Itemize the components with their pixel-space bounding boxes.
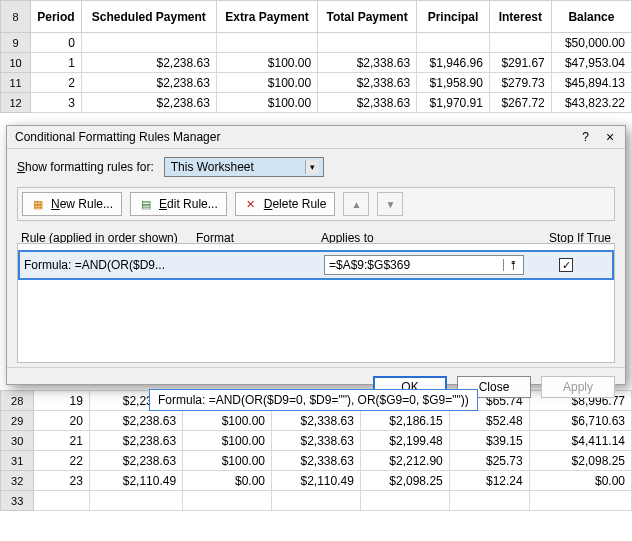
cell[interactable]: $0.00 <box>183 471 272 491</box>
cell[interactable]: $267.72 <box>489 93 551 113</box>
col-period[interactable]: Period <box>31 1 82 33</box>
cell[interactable]: $2,238.63 <box>81 93 216 113</box>
delete-rule-button[interactable]: ✕ Delete Rule <box>235 192 336 216</box>
cell[interactable] <box>489 33 551 53</box>
cell[interactable] <box>360 491 449 511</box>
col-principal[interactable]: Principal <box>417 1 490 33</box>
col-interest[interactable]: Interest <box>489 1 551 33</box>
rowhdr-33[interactable]: 33 <box>1 491 34 511</box>
cell[interactable]: $2,338.63 <box>272 411 361 431</box>
cell[interactable]: 22 <box>34 451 90 471</box>
cell[interactable]: 20 <box>34 411 90 431</box>
cell[interactable]: $2,098.25 <box>360 471 449 491</box>
cell[interactable]: $291.67 <box>489 53 551 73</box>
cell[interactable]: $2,238.63 <box>89 411 182 431</box>
cell[interactable]: $100.00 <box>183 431 272 451</box>
cell[interactable]: $25.73 <box>449 451 529 471</box>
cell[interactable]: 3 <box>31 93 82 113</box>
cell[interactable]: 1 <box>31 53 82 73</box>
cell[interactable]: $47,953.04 <box>551 53 631 73</box>
close-icon[interactable]: × <box>603 130 617 144</box>
cell[interactable]: $2,238.63 <box>81 73 216 93</box>
show-rules-label: Show formatting rules for: <box>17 160 154 174</box>
rule-row[interactable]: Formula: =AND(OR($D9... ⭱ ✓ <box>18 250 614 280</box>
cell[interactable]: $100.00 <box>216 93 317 113</box>
rowhdr-30[interactable]: 30 <box>1 431 34 451</box>
col-scheduled[interactable]: Scheduled Payment <box>81 1 216 33</box>
apply-button[interactable]: Apply <box>541 376 615 398</box>
cell[interactable]: $2,110.49 <box>272 471 361 491</box>
cell[interactable] <box>449 491 529 511</box>
cell[interactable]: $43,823.22 <box>551 93 631 113</box>
cell[interactable]: $50,000.00 <box>551 33 631 53</box>
cell[interactable]: $39.15 <box>449 431 529 451</box>
rowhdr-29[interactable]: 29 <box>1 411 34 431</box>
cell[interactable] <box>272 491 361 511</box>
scope-dropdown[interactable]: This Worksheet ▾ <box>164 157 324 177</box>
cell[interactable]: $2,186.15 <box>360 411 449 431</box>
cell[interactable]: $100.00 <box>216 73 317 93</box>
cell[interactable]: $1,970.91 <box>417 93 490 113</box>
cell[interactable]: 0 <box>31 33 82 53</box>
rowhdr-8[interactable]: 8 <box>1 1 31 33</box>
cell[interactable]: $52.48 <box>449 411 529 431</box>
rowhdr-12[interactable]: 12 <box>1 93 31 113</box>
cell[interactable]: $45,894.13 <box>551 73 631 93</box>
cell[interactable]: $2,098.25 <box>529 451 631 471</box>
cell[interactable] <box>216 33 317 53</box>
cell[interactable]: $2,338.63 <box>272 451 361 471</box>
cell[interactable]: 21 <box>34 431 90 451</box>
rowhdr-32[interactable]: 32 <box>1 471 34 491</box>
cell[interactable]: $2,212.90 <box>360 451 449 471</box>
cell[interactable]: $100.00 <box>183 411 272 431</box>
cell[interactable]: $100.00 <box>183 451 272 471</box>
col-balance[interactable]: Balance <box>551 1 631 33</box>
cell[interactable] <box>318 33 417 53</box>
cell[interactable]: 2 <box>31 73 82 93</box>
help-button[interactable]: ? <box>582 130 589 144</box>
cell[interactable] <box>417 33 490 53</box>
range-selector-icon[interactable]: ⭱ <box>503 259 523 271</box>
edit-rule-icon: ▤ <box>139 197 153 211</box>
cell[interactable]: $0.00 <box>529 471 631 491</box>
rowhdr-9[interactable]: 9 <box>1 33 31 53</box>
cell[interactable] <box>89 491 182 511</box>
cell[interactable]: $1,958.90 <box>417 73 490 93</box>
new-rule-button[interactable]: ▦ New Rule... <box>22 192 122 216</box>
col-total[interactable]: Total Payment <box>318 1 417 33</box>
rowhdr-11[interactable]: 11 <box>1 73 31 93</box>
cell[interactable]: $2,238.63 <box>89 451 182 471</box>
col-extra[interactable]: Extra Payment <box>216 1 317 33</box>
worksheet-grid[interactable]: 8 Period Scheduled Payment Extra Payment… <box>0 0 632 113</box>
rowhdr-31[interactable]: 31 <box>1 451 34 471</box>
cell[interactable]: $1,946.96 <box>417 53 490 73</box>
move-up-button[interactable]: ▲ <box>343 192 369 216</box>
cell[interactable]: $2,199.48 <box>360 431 449 451</box>
delete-icon: ✕ <box>244 197 258 211</box>
cell[interactable]: $2,338.63 <box>318 53 417 73</box>
cell[interactable]: $2,338.63 <box>318 93 417 113</box>
applies-to-input[interactable] <box>325 258 503 272</box>
cell[interactable] <box>81 33 216 53</box>
cell[interactable]: $12.24 <box>449 471 529 491</box>
cell[interactable]: $2,238.63 <box>89 431 182 451</box>
conditional-formatting-dialog: Conditional Formatting Rules Manager ? ×… <box>6 125 626 385</box>
cell[interactable]: $4,411.14 <box>529 431 631 451</box>
stop-if-true-checkbox[interactable]: ✓ <box>559 258 573 272</box>
cell[interactable] <box>529 491 631 511</box>
cell[interactable]: $279.73 <box>489 73 551 93</box>
rule-label: Formula: =AND(OR($D9... <box>24 258 199 272</box>
cell[interactable]: 23 <box>34 471 90 491</box>
move-down-button[interactable]: ▼ <box>377 192 403 216</box>
cell[interactable] <box>183 491 272 511</box>
cell[interactable]: $2,338.63 <box>318 73 417 93</box>
rowhdr-10[interactable]: 10 <box>1 53 31 73</box>
cell[interactable]: $100.00 <box>216 53 317 73</box>
cell[interactable] <box>34 491 90 511</box>
cell[interactable]: $2,238.63 <box>81 53 216 73</box>
applies-to-field[interactable]: ⭱ <box>324 255 524 275</box>
cell[interactable]: $2,110.49 <box>89 471 182 491</box>
edit-rule-button[interactable]: ▤ Edit Rule... <box>130 192 227 216</box>
cell[interactable]: $2,338.63 <box>272 431 361 451</box>
cell[interactable]: $6,710.63 <box>529 411 631 431</box>
